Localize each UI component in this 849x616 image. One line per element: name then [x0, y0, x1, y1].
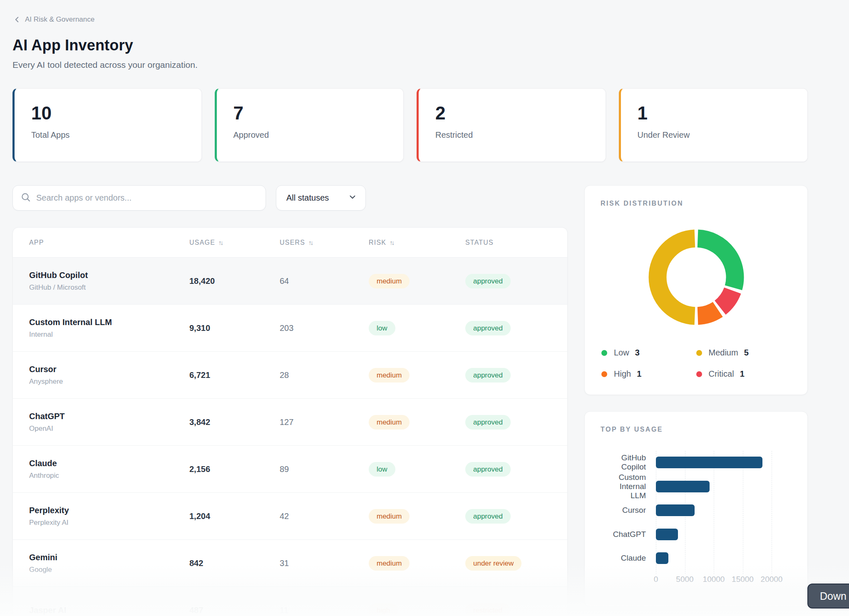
table-column: All statuses APPUSAGE↑↓USERS↑↓RISK↑↓STAT…	[12, 185, 568, 616]
sort-icon[interactable]: ↑↓	[218, 239, 222, 246]
column-label: STATUS	[465, 239, 494, 246]
breadcrumb[interactable]: AI Risk & Governance	[12, 15, 849, 24]
status-filter-select[interactable]: All statuses	[276, 185, 366, 211]
gridline-15000	[743, 451, 743, 574]
download-button[interactable]: Down	[807, 584, 849, 609]
gridline-10000	[714, 451, 714, 574]
legend-label: High	[614, 369, 631, 379]
risk-cell: low	[369, 462, 465, 477]
sidebar-column: RISK DISTRIBUTION Low3Medium5High1Critic…	[584, 185, 808, 607]
page-title: AI App Inventory	[12, 37, 849, 54]
table-row[interactable]: GeminiGoogle84231mediumunder review	[13, 540, 567, 587]
app-name: Cursor	[29, 365, 189, 374]
status-cell: approved	[465, 462, 567, 477]
risk-cell: medium	[369, 274, 465, 288]
users-value: 127	[280, 417, 369, 427]
risk-badge: high	[369, 603, 398, 616]
status-filter-value: All statuses	[286, 193, 329, 203]
bar-category-label: Cursor	[585, 506, 646, 515]
breadcrumb-label[interactable]: AI Risk & Governance	[25, 15, 94, 24]
risk-badge: medium	[369, 368, 410, 383]
risk-badge: low	[369, 462, 395, 477]
risk-legend: Low3Medium5High1Critical1	[601, 348, 791, 379]
risk-cell: medium	[369, 556, 465, 571]
table-row[interactable]: PerplexityPerplexity AI1,20442mediumappr…	[13, 493, 567, 540]
app-vendor: OpenAI	[29, 425, 189, 433]
usage-value: 487	[189, 606, 280, 615]
stat-value: 2	[435, 103, 606, 124]
top-by-usage-chart: 05000100001500020000GitHub CopilotCustom…	[585, 445, 808, 591]
status-cell: under review	[465, 556, 567, 571]
x-axis-tick-20000: 20000	[753, 575, 790, 584]
risk-cell: medium	[369, 509, 465, 524]
table-controls: All statuses	[12, 185, 568, 211]
usage-value: 6,721	[189, 370, 280, 380]
risk-badge: medium	[369, 274, 410, 288]
status-badge: approved	[465, 274, 511, 288]
app-cell: PerplexityPerplexity AI	[29, 506, 189, 527]
table-row[interactable]: Custom Internal LLMInternal9,310203lowap…	[13, 305, 567, 352]
app-vendor: GitHub / Microsoft	[29, 283, 189, 292]
legend-dot-icon	[601, 350, 607, 356]
usage-bar-3	[656, 504, 695, 516]
users-value: 89	[280, 464, 369, 474]
table-row[interactable]: CursorAnysphere6,72128mediumapproved	[13, 352, 567, 399]
usage-bar-2	[656, 481, 710, 492]
legend-item-low: Low3	[601, 348, 696, 358]
search-icon	[20, 192, 31, 204]
risk-cell: high	[369, 603, 465, 616]
table-row[interactable]: Jasper AI48711highrestricted	[13, 587, 567, 616]
app-cell: Custom Internal LLMInternal	[29, 318, 189, 339]
users-value: 42	[280, 512, 369, 521]
users-value: 64	[280, 276, 369, 286]
usage-value: 842	[189, 559, 280, 568]
table-row[interactable]: ClaudeAnthropic2,15689lowapproved	[13, 446, 567, 493]
status-badge: approved	[465, 321, 511, 335]
table-row[interactable]: ChatGPTOpenAI3,842127mediumapproved	[13, 399, 567, 446]
app-vendor: Google	[29, 566, 189, 574]
sort-icon[interactable]: ↑↓	[390, 239, 393, 246]
legend-item-critical: Critical1	[696, 369, 791, 379]
page-subtitle: Every AI tool detected across your organ…	[12, 60, 849, 70]
status-cell: approved	[465, 415, 567, 430]
status-badge: approved	[465, 415, 511, 430]
risk-cell: medium	[369, 415, 465, 430]
bar-category-label: Custom Internal LLM	[585, 473, 646, 500]
usage-bar-1	[656, 457, 762, 468]
risk-cell: low	[369, 321, 465, 335]
app-name: Gemini	[29, 553, 189, 562]
users-value: 28	[280, 370, 369, 380]
search-input[interactable]	[36, 193, 258, 203]
app-name: Claude	[29, 459, 189, 468]
legend-label: Critical	[709, 369, 734, 379]
gridline-20000	[772, 451, 772, 574]
app-cell: ChatGPTOpenAI	[29, 412, 189, 433]
table-row[interactable]: GitHub CopilotGitHub / Microsoft18,42064…	[13, 258, 567, 305]
risk-badge: medium	[369, 415, 410, 430]
risk-distribution-card: RISK DISTRIBUTION Low3Medium5High1Critic…	[584, 185, 808, 395]
column-label: USERS	[280, 239, 305, 246]
stat-card-under-review: 1Under Review	[619, 88, 808, 162]
app-cell: GeminiGoogle	[29, 553, 189, 574]
usage-value: 9,310	[189, 323, 280, 333]
donut-segment-high	[698, 309, 718, 316]
ai-app-inventory-page: AI Risk & Governance AI App Inventory Ev…	[0, 0, 849, 616]
legend-label: Low	[614, 348, 629, 358]
donut-segment-medium	[658, 238, 695, 316]
legend-dot-icon	[696, 371, 702, 377]
bar-category-label: GitHub Copilot	[585, 453, 646, 472]
legend-count: 5	[744, 348, 749, 358]
legend-count: 3	[635, 348, 640, 358]
stat-value: 7	[233, 103, 404, 124]
column-header-usage[interactable]: USAGE↑↓	[189, 239, 280, 246]
bar-category-label: ChatGPT	[585, 530, 646, 539]
sort-icon[interactable]: ↑↓	[308, 239, 312, 246]
column-header-risk[interactable]: RISK↑↓	[369, 239, 465, 246]
risk-donut-chart	[585, 211, 808, 344]
apps-table: APPUSAGE↑↓USERS↑↓RISK↑↓STATUS GitHub Cop…	[12, 227, 568, 616]
risk-badge: low	[369, 321, 395, 335]
app-name: Perplexity	[29, 506, 189, 515]
status-cell: approved	[465, 274, 567, 288]
status-badge: approved	[465, 509, 511, 524]
column-header-users[interactable]: USERS↑↓	[280, 239, 369, 246]
